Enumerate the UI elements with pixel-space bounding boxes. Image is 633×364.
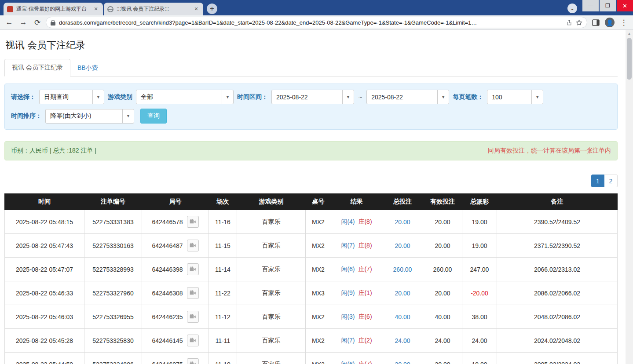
browser-tab-2-title: :::视讯 会员下注纪录::: [117,5,190,13]
video-replay-icon[interactable] [187,287,199,299]
cell-bet-id: 522753324886 [84,353,142,364]
forward-button[interactable]: → [18,17,29,28]
chevron-down-icon[interactable]: ▼ [342,90,354,104]
browser-tab-1-title: 通宝-信誉最好的网上游戏平台 [16,5,89,13]
cell-total-bet[interactable]: 24.00 [382,329,423,353]
chevron-down-icon[interactable]: ▼ [92,90,104,104]
cell-bet-id: 522753331383 [84,210,142,234]
chevron-down-icon[interactable]: ▼ [222,90,233,104]
cell-payout: -20.00 [462,281,497,305]
browser-tab-2[interactable]: :::视讯 会员下注纪录::: ✕ [104,3,203,15]
close-window-button[interactable]: ✕ [617,0,633,11]
tab-bet-records[interactable]: 视讯 会员下注纪录 [4,59,70,76]
avatar-icon: 👤 [605,18,615,27]
cell-game-type: 百家乐 [237,210,306,234]
back-button[interactable]: ← [4,17,15,28]
result-banker: 庄(1) [358,289,372,296]
round-id-text: 642446578 [152,218,183,226]
round-id-text: 642446308 [152,290,183,297]
cell-session: 11-22 [209,281,237,305]
table-row: 2025-08-22 05:46:03 522753326955 6424462… [5,305,618,329]
scrollbar-thumb[interactable] [627,38,632,80]
side-panel-icon[interactable] [590,17,601,28]
video-replay-icon[interactable] [187,216,199,228]
date-end-value: 2025-08-22 [367,90,437,104]
video-replay-icon[interactable] [187,263,199,275]
tab-close-icon[interactable]: ✕ [193,6,200,13]
table-row: 2025-08-22 05:45:28 522753325830 6424461… [5,329,618,353]
bet-records-table: 时间注单编号局号场次游戏类别桌号结果总投注有效投注总派彩备注 2025-08-2… [4,193,618,364]
page-scrollbar[interactable]: ▲ [626,30,633,364]
per-page-select[interactable]: 100 ▼ [487,90,543,104]
cell-game-type: 百家乐 [237,258,306,281]
cell-total-bet[interactable]: 20.00 [382,353,423,364]
sort-order-value: 降幂(由大到小) [46,109,122,123]
game-type-select[interactable]: 全部 ▼ [136,90,234,104]
share-icon[interactable] [566,19,572,25]
cell-session: 11-15 [209,234,237,258]
cell-total-bet[interactable]: 20.00 [382,281,423,305]
chevron-down-icon[interactable]: ▼ [122,109,134,123]
round-id-text: 642446145 [152,337,183,344]
video-replay-icon[interactable] [187,335,199,346]
new-tab-button[interactable]: + [207,4,217,14]
refresh-button[interactable]: ⟳ [32,17,43,28]
column-header: 注单编号 [84,194,142,210]
cell-payout: 24.00 [462,329,497,353]
column-header: 场次 [209,194,237,210]
scroll-up-arrow[interactable]: ▲ [626,30,633,37]
cell-valid-bet: 20.00 [423,281,462,305]
chevron-down-icon[interactable]: ▼ [437,90,449,104]
page-number-2[interactable]: 2 [604,175,618,187]
tab-bb-tips[interactable]: BB小费 [70,60,105,76]
cell-total-bet[interactable]: 20.00 [382,210,423,234]
tab-close-icon[interactable]: ✕ [92,6,99,13]
video-replay-icon[interactable] [187,240,199,251]
cell-total-bet[interactable]: 40.00 [382,305,423,329]
url-text: dorasabs.com/game/betrecord_search/kind3… [59,19,563,26]
browser-menu-icon[interactable]: ⋮ [618,17,629,28]
round-id-text: 642446398 [152,266,183,273]
cell-session: 11-11 [209,329,237,353]
cell-round-id: 642446235 [142,305,209,329]
page-number-1[interactable]: 1 [591,175,604,187]
cell-round-id: 642446145 [142,329,209,353]
result-player: 闲(4) [341,218,355,225]
cell-remark: 2371.52/2390.52 [497,234,618,258]
sort-order-select[interactable]: 降幂(由大到小) ▼ [45,109,134,124]
cell-total-bet[interactable]: 20.00 [382,234,423,258]
cell-round-id: 642446578 [142,210,209,234]
chevron-down-icon[interactable]: ▼ [531,90,543,104]
address-bar[interactable]: dorasabs.com/game/betrecord_search/kind3… [46,17,587,28]
date-start-select[interactable]: 2025-08-22 ▼ [271,90,354,104]
cell-valid-bet: 24.00 [423,329,462,353]
video-replay-icon[interactable] [187,358,199,364]
bookmark-star-icon[interactable] [576,19,582,26]
maximize-button[interactable]: ❐ [600,0,616,11]
round-id-text: 642446235 [152,313,183,320]
cell-table-no: MX2 [306,258,331,281]
cell-table-no: MX2 [306,234,331,258]
cell-time: 2025-08-22 05:48:15 [5,210,84,234]
profile-avatar[interactable]: 👤 [604,17,615,28]
cell-total-bet[interactable]: 260.00 [382,258,423,281]
tilde-separator: ~ [359,94,362,101]
cell-table-no: MX2 [306,305,331,329]
cell-time: 2025-08-22 05:46:03 [5,305,84,329]
cell-valid-bet: 20.00 [423,234,462,258]
result-banker: 庄(8) [358,218,372,225]
cell-result: 闲(4) 庄(8) [331,210,382,234]
cell-valid-bet: 20.00 [423,210,462,234]
cell-bet-id: 522753325830 [84,329,142,353]
date-end-select[interactable]: 2025-08-22 ▼ [366,90,449,104]
minimize-button[interactable]: — [582,0,599,11]
cell-payout: 247.00 [462,258,497,281]
search-button[interactable]: 查询 [140,109,167,124]
tab-search-button[interactable]: ⌄ [567,4,577,13]
video-replay-icon[interactable] [187,311,199,323]
browser-tab-1[interactable]: 通宝-信誉最好的网上游戏平台 ✕ [4,3,103,15]
cell-result: 闲(6) 庄(7) [331,353,382,364]
query-type-select[interactable]: 日期查询 ▼ [39,90,104,104]
result-player: 闲(9) [341,289,355,296]
cell-bet-id: 522753327960 [84,281,142,305]
